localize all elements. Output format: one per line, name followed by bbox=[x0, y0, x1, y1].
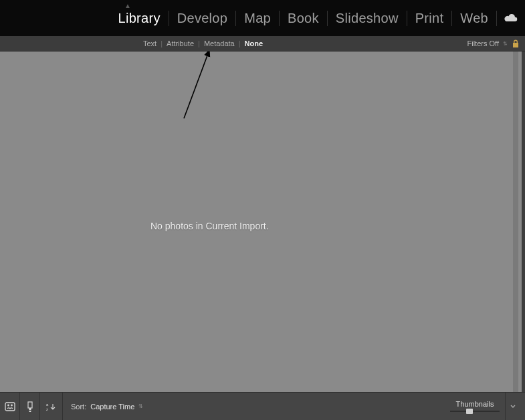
filter-tab-attribute[interactable]: Attribute bbox=[163, 39, 198, 47]
module-bar: ▲ Library Develop Map Book Slideshow Pri… bbox=[0, 0, 525, 36]
module-tab-slideshow[interactable]: Slideshow bbox=[328, 11, 407, 26]
sort-value: Capture Time bbox=[90, 403, 134, 411]
filter-tab-none[interactable]: None bbox=[241, 39, 268, 47]
svg-point-3 bbox=[11, 404, 13, 406]
filter-bar-right: Filters Off ⇅ bbox=[467, 39, 525, 48]
module-tab-web[interactable]: Web bbox=[452, 11, 497, 26]
sort-direction-button[interactable]: a z bbox=[40, 393, 63, 420]
grid-view-area: No photos in Current Import. bbox=[0, 51, 525, 392]
filter-lock-icon[interactable] bbox=[512, 39, 520, 48]
svg-point-2 bbox=[7, 404, 9, 406]
sort-selector[interactable]: Sort: Capture Time ⇅ bbox=[63, 403, 151, 411]
chevron-updown-icon: ⇅ bbox=[138, 403, 143, 409]
svg-rect-1 bbox=[5, 403, 15, 411]
toolbar-right: Thumbnails bbox=[450, 393, 525, 420]
svg-rect-4 bbox=[28, 402, 32, 408]
filter-tab-metadata[interactable]: Metadata bbox=[200, 39, 239, 47]
cloud-sync-icon[interactable] bbox=[504, 13, 518, 23]
thumbnail-size-label: Thumbnails bbox=[456, 400, 494, 408]
toolbar-left: a z Sort: Capture Time ⇅ bbox=[0, 393, 151, 420]
module-tab-print[interactable]: Print bbox=[407, 11, 453, 26]
empty-state-message: No photos in Current Import. bbox=[150, 221, 269, 231]
svg-text:a: a bbox=[46, 403, 49, 407]
module-tab-book[interactable]: Book bbox=[280, 11, 328, 26]
sort-label: Sort: bbox=[71, 403, 86, 411]
svg-rect-5 bbox=[29, 408, 31, 410]
thumbnail-size-control: Thumbnails bbox=[450, 400, 500, 413]
module-tabs: Library Develop Map Book Slideshow Print… bbox=[110, 11, 498, 26]
toolbar-expand-button[interactable] bbox=[505, 393, 520, 420]
filter-tabs: Text | Attribute | Metadata | None bbox=[139, 39, 267, 47]
grid-toolbar: a z Sort: Capture Time ⇅ Thumbnails bbox=[0, 392, 525, 420]
panel-reveal-icon[interactable]: ▲ bbox=[124, 3, 131, 9]
filter-tab-text[interactable]: Text bbox=[139, 39, 161, 47]
filter-preset-dropdown[interactable]: Filters Off bbox=[467, 39, 499, 47]
module-tab-develop[interactable]: Develop bbox=[169, 11, 236, 26]
app-root: ▲ Library Develop Map Book Slideshow Pri… bbox=[0, 0, 525, 420]
module-tab-map[interactable]: Map bbox=[236, 11, 280, 26]
right-panel-edge[interactable] bbox=[513, 51, 518, 392]
library-filter-bar: Text | Attribute | Metadata | None Filte… bbox=[0, 36, 525, 51]
grid-view-button[interactable] bbox=[0, 393, 20, 420]
svg-text:z: z bbox=[46, 407, 48, 411]
svg-line-0 bbox=[184, 51, 209, 118]
chevron-updown-icon: ⇅ bbox=[503, 41, 508, 47]
thumbnail-size-slider[interactable] bbox=[450, 409, 500, 413]
module-tab-library[interactable]: Library bbox=[110, 11, 169, 26]
painter-tool-button[interactable] bbox=[20, 393, 40, 420]
